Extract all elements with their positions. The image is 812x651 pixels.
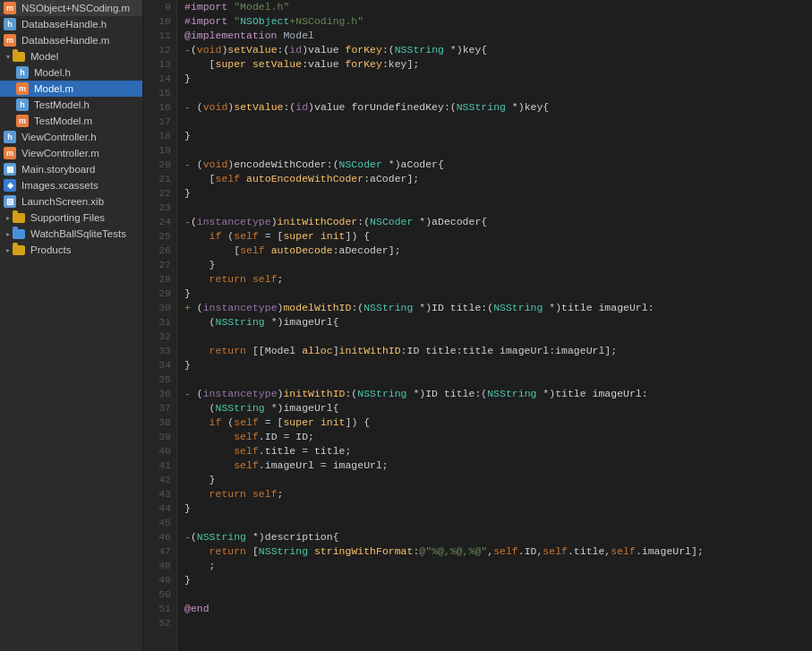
- sidebar-item-label: ViewController.h: [21, 132, 97, 142]
- sidebar-item-model-folder[interactable]: ▾Model: [0, 48, 142, 64]
- code-editor: 9101112131415161718192021222324252627282…: [143, 0, 812, 651]
- sidebar-item-testmodel-m[interactable]: mTestModel.m: [0, 113, 142, 129]
- code-line: [184, 86, 805, 100]
- line-number: 22: [143, 186, 171, 201]
- sidebar-item-label: ViewController.m: [21, 148, 99, 158]
- code-line: [self autoDecode:aDecoder];: [184, 244, 805, 258]
- line-number: 34: [143, 358, 171, 373]
- sidebar-item-databasehandle-h[interactable]: hDatabaseHandle.h: [0, 16, 142, 32]
- line-number: 33: [143, 344, 171, 358]
- sidebar-item-label: WatchBallSqliteTests: [30, 228, 126, 239]
- line-number: 47: [143, 544, 171, 559]
- code-line: }: [184, 186, 805, 201]
- code-line: - (void)setValue:(id)value forUndefinedK…: [184, 100, 805, 115]
- line-number: 16: [143, 100, 171, 115]
- sidebar-item-model-m[interactable]: mModel.m: [0, 81, 142, 97]
- code-line: [184, 587, 805, 602]
- sidebar-item-label: Main.storyboard: [21, 164, 95, 175]
- code-line: #import "Model.h": [184, 0, 805, 14]
- code-line: return self;: [184, 272, 805, 287]
- line-number: 25: [143, 229, 171, 244]
- h-icon: h: [16, 99, 29, 111]
- code-line: - (instancetype)initWithID:(NSString *)I…: [184, 387, 805, 401]
- h-icon: h: [16, 66, 29, 79]
- code-line: -(NSString *)description{: [184, 530, 805, 544]
- sidebar-item-label: Supporting Files: [30, 212, 105, 223]
- sidebar-item-watchball-sqlite[interactable]: ▸WatchBallSqliteTests: [0, 226, 142, 242]
- line-number: 48: [143, 559, 171, 573]
- h-icon: h: [4, 131, 16, 143]
- line-number: 15: [143, 86, 171, 100]
- sidebar-item-launchscreen-xib[interactable]: ▧LaunchScreen.xib: [0, 193, 142, 210]
- line-number: 12: [143, 43, 171, 57]
- sidebar-item-viewcontroller-m[interactable]: mViewController.m: [0, 145, 142, 161]
- code-line: [self autoEncodeWithCoder:aCoder];: [184, 172, 805, 186]
- line-number: 27: [143, 258, 171, 272]
- line-number: 23: [143, 201, 171, 215]
- sidebar-item-label: LaunchScreen.xib: [21, 196, 104, 207]
- folder-blue-icon: [13, 229, 25, 239]
- sidebar-item-label: NSObject+NSCoding.m: [21, 3, 130, 13]
- line-number: 21: [143, 172, 171, 186]
- sidebar-item-testmodel-h[interactable]: hTestModel.h: [0, 97, 142, 113]
- sidebar-item-main-storyboard[interactable]: ▦Main.storyboard: [0, 161, 142, 177]
- line-number: 18: [143, 129, 171, 143]
- code-line: return self;: [184, 487, 805, 501]
- folder-arrow-icon: ▸: [4, 245, 13, 254]
- sidebar-item-viewcontroller-h[interactable]: hViewController.h: [0, 129, 142, 145]
- line-number: 24: [143, 215, 171, 229]
- line-number: 11: [143, 29, 171, 43]
- code-line: [184, 201, 805, 215]
- line-numbers: 9101112131415161718192021222324252627282…: [143, 0, 177, 651]
- code-line: }: [184, 72, 805, 86]
- folder-yellow-icon: [13, 245, 25, 255]
- code-line: if (self = [super init]) {: [184, 229, 805, 244]
- line-number: 37: [143, 401, 171, 415]
- code-line: return [[Model alloc]initWithID:ID title…: [184, 344, 805, 358]
- line-number: 43: [143, 487, 171, 501]
- code-line: return [NSString stringWithFormat:@"%@,%…: [184, 544, 805, 559]
- code-line: self.imageUrl = imageUrl;: [184, 458, 805, 473]
- sidebar-item-images-xcassets[interactable]: ◈Images.xcassets: [0, 177, 142, 193]
- line-number: 13: [143, 57, 171, 72]
- folder-arrow-icon: ▸: [4, 229, 13, 238]
- code-line: [184, 516, 805, 530]
- storyboard-icon: ▦: [4, 163, 16, 176]
- sidebar-item-products[interactable]: ▸Products: [0, 242, 142, 258]
- code-line: [184, 330, 805, 344]
- code-content[interactable]: #import "Model.h"#import "NSObject+NSCod…: [177, 0, 812, 651]
- sidebar-item-databasehandle-m[interactable]: mDatabaseHandle.m: [0, 32, 142, 48]
- line-number: 26: [143, 244, 171, 258]
- sidebar-item-nsobject-nscoding[interactable]: mNSObject+NSCoding.m: [0, 0, 142, 16]
- sidebar-item-label: TestModel.m: [34, 116, 92, 126]
- sidebar-item-model-h[interactable]: hModel.h: [0, 64, 142, 81]
- line-number: 31: [143, 315, 171, 330]
- line-number: 46: [143, 530, 171, 544]
- line-number: 49: [143, 573, 171, 587]
- code-line: [184, 143, 805, 158]
- line-number: 9: [143, 0, 171, 14]
- m-icon: m: [4, 147, 16, 159]
- line-number: 28: [143, 272, 171, 287]
- line-number: 45: [143, 516, 171, 530]
- line-number: 38: [143, 415, 171, 430]
- code-line: }: [184, 129, 805, 143]
- line-number: 19: [143, 143, 171, 158]
- h-icon: h: [4, 18, 16, 30]
- folder-yellow-icon: [13, 52, 25, 62]
- line-number: 44: [143, 501, 171, 516]
- code-line: #import "NSObject+NSCoding.h": [184, 14, 805, 29]
- sidebar-item-supporting-files[interactable]: ▸Supporting Files: [0, 210, 142, 226]
- code-line: self.ID = ID;: [184, 430, 805, 444]
- xcassets-icon: ◈: [4, 179, 16, 192]
- code-line: (NSString *)imageUrl{: [184, 315, 805, 330]
- line-number: 50: [143, 587, 171, 602]
- sidebar-item-label: Model.m: [34, 83, 73, 94]
- sidebar-item-label: TestModel.h: [34, 99, 90, 110]
- folder-arrow-icon: ▸: [4, 213, 13, 222]
- code-line: [super setValue:value forKey:key];: [184, 57, 805, 72]
- code-line: + (instancetype)modelWithID:(NSString *)…: [184, 301, 805, 315]
- code-line: if (self = [super init]) {: [184, 415, 805, 430]
- folder-yellow-icon: [13, 213, 25, 223]
- code-line: -(instancetype)initWithCoder:(NSCoder *)…: [184, 215, 805, 229]
